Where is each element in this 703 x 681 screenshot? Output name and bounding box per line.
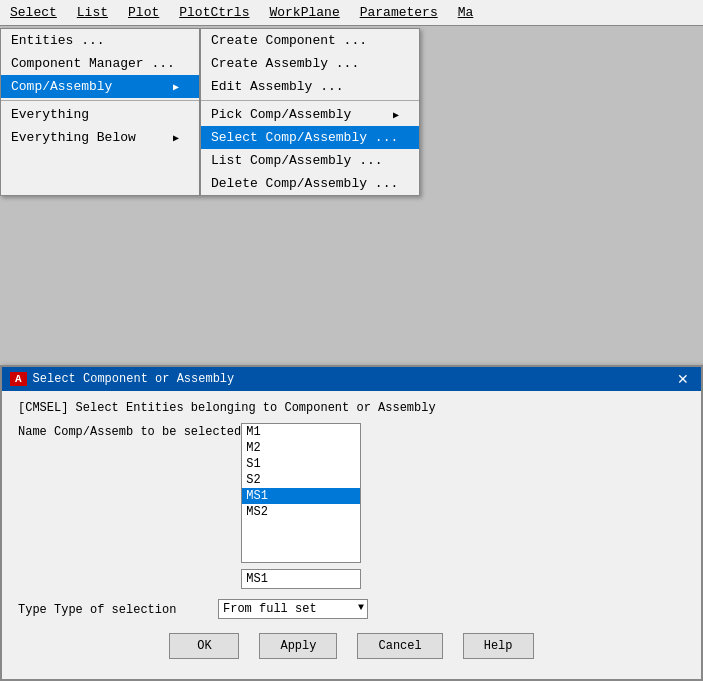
dropdown-overlay: Entities ... Component Manager ... Comp/… (0, 28, 420, 196)
dialog-instruction: [CMSEL] Select Entities belonging to Com… (18, 401, 685, 415)
arrow-icon-3: ▶ (393, 109, 399, 121)
menu-separator-2 (201, 100, 419, 101)
name-right-panel: M1 M2 S1 S2 MS1 MS2 (241, 423, 361, 589)
menu-item-everything[interactable]: Everything (1, 103, 199, 126)
dialog-buttons: OK Apply Cancel Help (18, 633, 685, 669)
name-label: Name Comp/Assemb to be selected (18, 423, 241, 439)
dialog-icon: A (10, 372, 27, 386)
type-row: Type Type of selection From full set Fro… (18, 599, 685, 619)
menu-select[interactable]: Select (6, 3, 61, 22)
menu-item-list-comp[interactable]: List Comp/Assembly ... (201, 149, 419, 172)
listbox-item-s2[interactable]: S2 (242, 472, 360, 488)
cancel-button[interactable]: Cancel (357, 633, 442, 659)
ok-button[interactable]: OK (169, 633, 239, 659)
arrow-icon-2: ▶ (173, 132, 179, 144)
menu-parameters[interactable]: Parameters (356, 3, 442, 22)
apply-button[interactable]: Apply (259, 633, 337, 659)
menu-item-comp-manager[interactable]: Component Manager ... (1, 52, 199, 75)
menu-ma[interactable]: Ma (454, 3, 478, 22)
dialog-title-left: A Select Component or Assembly (10, 372, 234, 386)
dropdown-col1: Entities ... Component Manager ... Comp/… (0, 28, 200, 196)
menu-item-edit-assembly[interactable]: Edit Assembly ... (201, 75, 419, 98)
arrow-icon: ▶ (173, 81, 179, 93)
menu-item-create-assembly[interactable]: Create Assembly ... (201, 52, 419, 75)
listbox-item-m1[interactable]: M1 (242, 424, 360, 440)
listbox-item-m2[interactable]: M2 (242, 440, 360, 456)
dialog-titlebar: A Select Component or Assembly ✕ (2, 367, 701, 391)
menu-item-entities[interactable]: Entities ... (1, 29, 199, 52)
type-select[interactable]: From full set From current set (218, 599, 368, 619)
name-row: Name Comp/Assemb to be selected M1 M2 S1… (18, 423, 685, 589)
menu-list[interactable]: List (73, 3, 112, 22)
type-select-wrapper: From full set From current set (218, 599, 368, 619)
menu-item-comp-assembly[interactable]: Comp/Assembly ▶ (1, 75, 199, 98)
type-label: Type Type of selection (18, 601, 218, 617)
dialog-title: Select Component or Assembly (33, 372, 235, 386)
select-component-dialog: A Select Component or Assembly ✕ [CMSEL]… (0, 365, 703, 681)
listbox-item-s1[interactable]: S1 (242, 456, 360, 472)
help-button[interactable]: Help (463, 633, 534, 659)
menu-workplane[interactable]: WorkPlane (265, 3, 343, 22)
listbox-item-ms1[interactable]: MS1 (242, 488, 360, 504)
menu-item-pick-comp[interactable]: Pick Comp/Assembly ▶ (201, 103, 419, 126)
menu-plotctrls[interactable]: PlotCtrls (175, 3, 253, 22)
dialog-close-button[interactable]: ✕ (673, 371, 693, 387)
menu-item-delete-comp[interactable]: Delete Comp/Assembly ... (201, 172, 419, 195)
name-input[interactable] (241, 569, 361, 589)
listbox-item-ms2[interactable]: MS2 (242, 504, 360, 520)
menu-item-everything-below[interactable]: Everything Below ▶ (1, 126, 199, 149)
menu-plot[interactable]: Plot (124, 3, 163, 22)
menu-bar: Select List Plot PlotCtrls WorkPlane Par… (0, 0, 703, 26)
listbox[interactable]: M1 M2 S1 S2 MS1 MS2 (241, 423, 361, 563)
menu-item-select-comp[interactable]: Select Comp/Assembly ... (201, 126, 419, 149)
menu-item-create-comp[interactable]: Create Component ... (201, 29, 419, 52)
dropdown-col2: Create Component ... Create Assembly ...… (200, 28, 420, 196)
menu-separator (1, 100, 199, 101)
dialog-body: [CMSEL] Select Entities belonging to Com… (2, 391, 701, 679)
